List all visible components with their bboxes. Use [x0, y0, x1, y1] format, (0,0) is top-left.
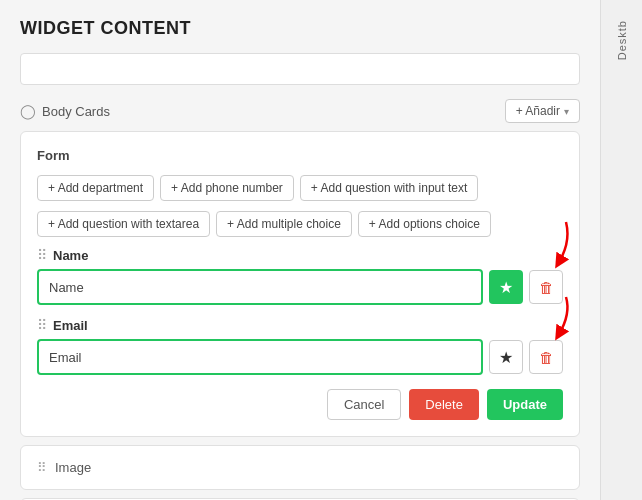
add-question-input-button[interactable]: + Add question with input text — [300, 175, 478, 201]
right-panel: Desktb — [600, 0, 642, 500]
cancel-button[interactable]: Cancel — [327, 389, 401, 420]
form-card: Form + Add department + Add phone number… — [20, 131, 580, 437]
add-button-label: + Añadir — [516, 104, 560, 118]
image-card[interactable]: ⠿ Image — [20, 445, 580, 490]
add-multiple-choice-button[interactable]: + Add multiple choice — [216, 211, 352, 237]
email-field-label: Email — [53, 318, 88, 333]
email-field-input[interactable] — [37, 339, 483, 375]
action-buttons-row2: + Add question with textarea + Add multi… — [37, 211, 563, 237]
name-field-input[interactable] — [37, 269, 483, 305]
page-title: WIDGET CONTENT — [20, 18, 580, 39]
drag-handle-name[interactable]: ⠿ — [37, 247, 47, 263]
drag-handle-email[interactable]: ⠿ — [37, 317, 47, 333]
right-panel-label: Desktb — [616, 20, 628, 60]
name-star-button[interactable]: ★ — [489, 270, 523, 304]
folder-icon: ◯ — [20, 103, 36, 119]
add-body-cards-button[interactable]: + Añadir ▾ — [505, 99, 580, 123]
add-department-button[interactable]: + Add department — [37, 175, 154, 201]
form-section-title: Form — [37, 148, 563, 163]
add-question-textarea-button[interactable]: + Add question with textarea — [37, 211, 210, 237]
body-cards-label: ◯ Body Cards — [20, 103, 110, 119]
add-options-choice-button[interactable]: + Add options choice — [358, 211, 491, 237]
email-delete-button[interactable]: 🗑 — [529, 340, 563, 374]
update-button[interactable]: Update — [487, 389, 563, 420]
star-icon: ★ — [499, 348, 513, 367]
name-field-label: Name — [53, 248, 88, 263]
email-field-group: ⠿ Email ★ 🗑 — [37, 317, 563, 375]
search-input[interactable] — [20, 53, 580, 85]
trash-icon: 🗑 — [539, 279, 554, 296]
chevron-down-icon: ▾ — [564, 106, 569, 117]
form-action-row: Cancel Delete Update — [37, 389, 563, 420]
drag-handle-image[interactable]: ⠿ — [37, 460, 47, 475]
star-icon: ★ — [499, 278, 513, 297]
name-field-group: ⠿ Name ★ 🗑 — [37, 247, 563, 305]
email-star-button[interactable]: ★ — [489, 340, 523, 374]
delete-button[interactable]: Delete — [409, 389, 479, 420]
trash-icon: 🗑 — [539, 349, 554, 366]
action-buttons-row1: + Add department + Add phone number + Ad… — [37, 175, 563, 201]
name-delete-button[interactable]: 🗑 — [529, 270, 563, 304]
image-label: Image — [55, 460, 91, 475]
add-phone-button[interactable]: + Add phone number — [160, 175, 294, 201]
body-cards-text: Body Cards — [42, 104, 110, 119]
